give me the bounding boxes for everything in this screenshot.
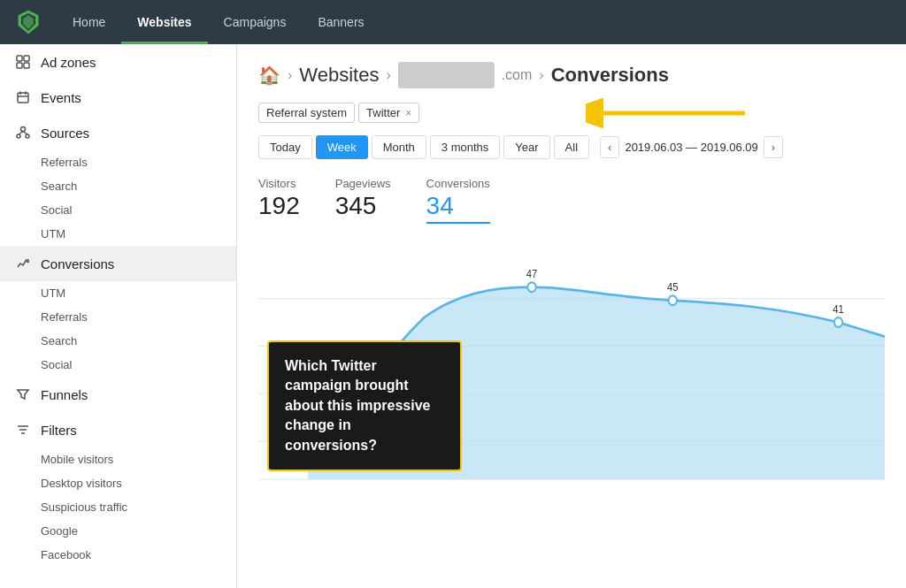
main-content: 🏠 › Websites › .com › Conversions Referr… [237,44,906,588]
nav-items: Home Websites Campaigns Banners [57,0,380,44]
svg-point-26 [527,282,535,292]
sidebar-sub-search-conv[interactable]: Search [0,329,236,353]
breadcrumb-websites[interactable]: Websites [299,64,379,87]
date-range-text: 2019.06.03 — 2019.06.09 [625,141,757,154]
sidebar-sources-label: Sources [41,126,89,141]
sidebar-sub-social-sources[interactable]: Social [0,198,236,222]
filter-tag-referral[interactable]: Referral system [258,103,355,123]
top-navigation: Home Websites Campaigns Banners [0,0,906,44]
home-icon[interactable]: 🏠 [258,65,280,86]
main-layout: Ad zones Events [0,44,906,588]
chart-label-47: 47 [526,267,538,280]
chart-area: 15 47 45 41 Which Twitter campaign broug… [258,241,885,489]
filter-tag-twitter-label: Twitter [366,106,400,119]
stat-conversions[interactable]: Conversions 34 [426,177,490,224]
sidebar-events-label: Events [41,90,81,105]
stat-visitors[interactable]: Visitors 192 [258,177,300,224]
sidebar-filters-label: Filters [41,423,77,438]
sidebar-item-funnels[interactable]: Funnels [0,377,236,412]
app-logo [14,8,42,36]
nav-websites[interactable]: Websites [121,0,207,44]
sidebar-sub-social-conv[interactable]: Social [0,353,236,377]
svg-point-13 [26,134,29,138]
sidebar-sub-facebook[interactable]: Facebook [0,543,236,567]
events-icon [14,88,32,106]
date-bar: Today Week Month 3 months Year All ‹ 201… [258,135,885,159]
stat-pageviews[interactable]: Pageviews 345 [335,177,391,224]
date-btn-all[interactable]: All [554,135,589,159]
sidebar-sub-utm-sources[interactable]: UTM [0,222,236,246]
svg-point-12 [17,134,20,138]
date-btn-today[interactable]: Today [258,135,312,159]
date-btn-3months[interactable]: 3 months [430,135,500,159]
sidebar-sub-google[interactable]: Google [0,519,236,543]
filter-tag-referral-label: Referral system [266,106,347,119]
nav-campaigns[interactable]: Campaigns [208,0,303,44]
sidebar: Ad zones Events [0,44,237,588]
breadcrumb-sep-2: › [386,67,390,83]
sidebar-item-conversions[interactable]: Conversions [0,246,236,281]
breadcrumb-domain [398,62,495,88]
conversions-icon [14,255,32,272]
tooltip-box: Which Twitter campaign brought about thi… [267,340,462,471]
svg-rect-5 [17,63,22,68]
svg-rect-6 [24,63,29,68]
stat-visitors-value: 192 [258,192,300,220]
svg-line-15 [23,132,27,135]
svg-point-27 [669,295,677,305]
stat-conversions-label: Conversions [426,177,490,190]
svg-point-28 [834,317,842,327]
sidebar-conversions-label: Conversions [41,256,114,271]
sidebar-ad-zones-label: Ad zones [41,55,96,70]
stat-pageviews-value: 345 [335,192,391,220]
svg-rect-7 [18,93,28,103]
sidebar-item-sources[interactable]: Sources [0,115,236,150]
stats-row: Visitors 192 Pageviews 345 Conversions 3… [258,177,885,224]
sidebar-sub-mobile-visitors[interactable]: Mobile visitors [0,447,236,471]
chart-label-41: 41 [833,302,844,316]
filter-tags: Referral system Twitter × [258,103,885,123]
filter-tag-twitter[interactable]: Twitter × [358,103,419,123]
breadcrumb: 🏠 › Websites › .com › Conversions [258,62,885,88]
date-prev-btn[interactable]: ‹ [600,136,619,158]
nav-banners[interactable]: Banners [302,0,380,44]
stat-visitors-label: Visitors [258,177,300,190]
sidebar-item-ad-zones[interactable]: Ad zones [0,44,236,80]
grid-icon [14,53,32,71]
sidebar-item-events[interactable]: Events [0,80,236,115]
svg-rect-3 [17,56,22,61]
sidebar-sub-referrals-conv[interactable]: Referrals [0,305,236,329]
svg-point-11 [21,127,26,132]
close-icon[interactable]: × [405,107,411,119]
sidebar-sub-desktop-visitors[interactable]: Desktop visitors [0,471,236,495]
date-range-display: ‹ 2019.06.03 — 2019.06.09 › [600,136,783,158]
date-btn-month[interactable]: Month [372,135,426,159]
sidebar-funnels-label: Funnels [41,387,88,402]
sidebar-item-filters[interactable]: Filters [0,412,236,447]
svg-rect-4 [24,56,29,61]
sidebar-sub-search-sources[interactable]: Search [0,174,236,198]
sources-icon [14,124,32,141]
filters-icon [14,421,32,439]
date-btn-week[interactable]: Week [316,135,368,159]
breadcrumb-sep-3: › [539,67,543,83]
stat-conversions-value: 34 [426,192,490,224]
tooltip-text: Which Twitter campaign brought about thi… [285,358,431,453]
stat-pageviews-label: Pageviews [335,177,391,190]
date-btn-year[interactable]: Year [503,135,549,159]
sidebar-sub-suspicious-traffic[interactable]: Suspicious traffic [0,495,236,519]
nav-home[interactable]: Home [57,0,121,44]
sidebar-sub-referrals-sources[interactable]: Referrals [0,150,236,174]
sidebar-sub-utm-conv[interactable]: UTM [0,281,236,305]
breadcrumb-conversions: Conversions [551,64,669,87]
svg-line-14 [19,132,23,135]
chart-label-45: 45 [667,280,679,294]
funnels-icon [14,386,32,403]
date-next-btn[interactable]: › [764,136,783,158]
breadcrumb-sep-1: › [288,67,292,83]
